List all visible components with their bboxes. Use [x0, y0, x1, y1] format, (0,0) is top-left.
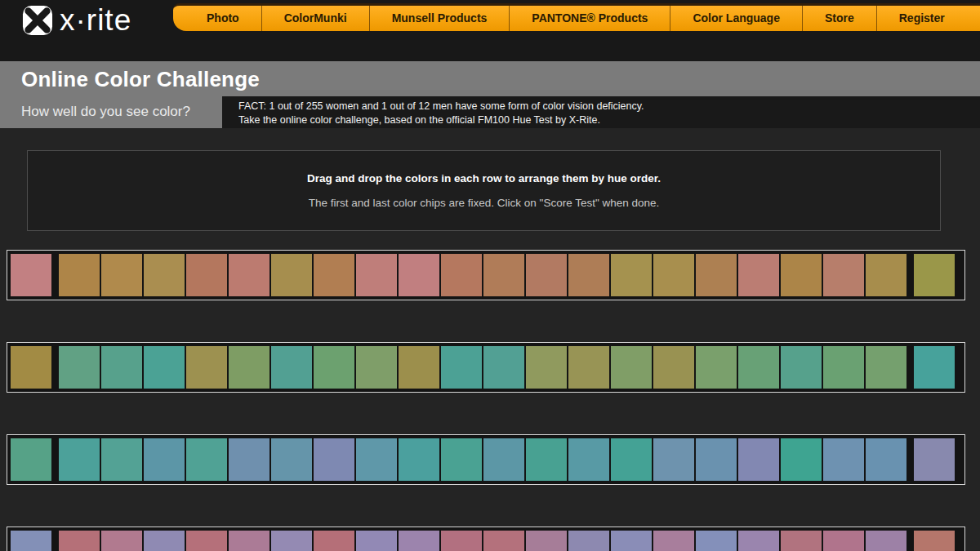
color-chip-fixed: [914, 531, 955, 551]
color-chip[interactable]: [611, 531, 652, 551]
color-chip[interactable]: [526, 254, 567, 296]
nav-tab-munsell-products[interactable]: Munsell Products: [369, 6, 510, 31]
hue-row-1: [7, 250, 965, 300]
color-chip[interactable]: [526, 438, 567, 481]
color-chip[interactable]: [568, 346, 609, 389]
color-chip[interactable]: [186, 438, 227, 481]
hue-row-2: [7, 342, 965, 393]
color-chip[interactable]: [483, 438, 524, 481]
color-chip[interactable]: [781, 531, 822, 551]
color-chip[interactable]: [866, 531, 906, 551]
color-chip[interactable]: [229, 254, 270, 296]
color-chip[interactable]: [738, 346, 779, 389]
color-chip[interactable]: [356, 254, 397, 296]
color-chip[interactable]: [441, 531, 482, 551]
color-chip[interactable]: [738, 438, 779, 481]
page-subtitle: How well do you see color?: [0, 96, 222, 127]
color-chip[interactable]: [229, 531, 270, 551]
color-chip[interactable]: [483, 346, 524, 389]
nav-tab-register[interactable]: Register: [876, 6, 967, 31]
color-chip[interactable]: [59, 346, 100, 389]
color-chip[interactable]: [866, 346, 906, 389]
color-chip[interactable]: [229, 438, 270, 481]
color-chip[interactable]: [611, 254, 652, 296]
color-chip-fixed: [11, 346, 51, 389]
nav-tab-color-language[interactable]: Color Language: [670, 6, 802, 31]
color-chip[interactable]: [738, 531, 779, 551]
color-chip[interactable]: [696, 346, 737, 389]
hue-row-3: [7, 434, 965, 485]
color-chip[interactable]: [653, 438, 694, 481]
color-chip[interactable]: [866, 438, 906, 481]
color-chip[interactable]: [356, 531, 397, 551]
banner-subtitle-box: How well do you see color?: [0, 96, 222, 128]
color-chip[interactable]: [144, 346, 185, 389]
color-chip[interactable]: [314, 254, 354, 296]
color-chip[interactable]: [696, 531, 737, 551]
color-chip[interactable]: [568, 438, 609, 481]
color-chip[interactable]: [186, 254, 227, 296]
color-chip[interactable]: [186, 531, 227, 551]
color-chip[interactable]: [356, 346, 397, 389]
color-chip[interactable]: [781, 254, 822, 296]
nav-tab-colormunki[interactable]: ColorMunki: [261, 6, 369, 31]
page-header: x·rite PhotoColorMunkiMunsell ProductsPA…: [0, 0, 980, 61]
color-chip[interactable]: [101, 438, 142, 481]
color-chip[interactable]: [441, 438, 482, 481]
color-chip[interactable]: [314, 346, 354, 389]
color-chip[interactable]: [271, 346, 312, 389]
nav-tab-photo[interactable]: Photo: [185, 6, 261, 31]
color-chip[interactable]: [781, 438, 822, 481]
color-chip[interactable]: [738, 254, 779, 296]
color-chip[interactable]: [866, 254, 906, 296]
color-chip[interactable]: [271, 254, 312, 296]
color-chip[interactable]: [356, 438, 397, 481]
color-chip[interactable]: [59, 254, 100, 296]
color-chip[interactable]: [399, 346, 439, 389]
color-chip[interactable]: [823, 438, 864, 481]
color-chip[interactable]: [823, 254, 864, 296]
color-chip[interactable]: [186, 346, 227, 389]
color-chip[interactable]: [229, 346, 270, 389]
xrite-logo-text: x·rite: [60, 4, 131, 37]
color-chip[interactable]: [483, 531, 524, 551]
color-chip[interactable]: [696, 254, 737, 296]
color-chip[interactable]: [101, 531, 142, 551]
color-chip[interactable]: [441, 346, 482, 389]
color-chip[interactable]: [526, 531, 567, 551]
color-chip[interactable]: [271, 438, 312, 481]
color-chip[interactable]: [144, 438, 185, 481]
color-chip[interactable]: [781, 346, 822, 389]
color-chip[interactable]: [653, 346, 694, 389]
color-chip[interactable]: [568, 254, 609, 296]
color-chip[interactable]: [271, 531, 312, 551]
color-chip[interactable]: [101, 346, 142, 389]
color-chip[interactable]: [314, 531, 354, 551]
color-chip[interactable]: [144, 531, 185, 551]
color-chip[interactable]: [526, 346, 567, 389]
color-chip[interactable]: [399, 531, 439, 551]
nav-tab-pantone-products[interactable]: PANTONE® Products: [509, 6, 670, 31]
color-chip[interactable]: [568, 531, 609, 551]
color-chip[interactable]: [696, 438, 737, 481]
color-chip[interactable]: [441, 254, 482, 296]
color-chip[interactable]: [823, 531, 864, 551]
color-chip-fixed: [914, 438, 955, 481]
color-chip[interactable]: [823, 346, 864, 389]
banner-sub-bar: How well do you see color? FACT: 1 out o…: [0, 96, 980, 128]
color-chip[interactable]: [59, 438, 100, 481]
color-chip[interactable]: [483, 254, 524, 296]
color-chip[interactable]: [399, 254, 439, 296]
fact-line-2: Take the online color challenge, based o…: [238, 113, 980, 127]
color-chip[interactable]: [399, 438, 439, 481]
color-chip[interactable]: [653, 531, 694, 551]
color-chip[interactable]: [653, 254, 694, 296]
color-chip[interactable]: [59, 531, 100, 551]
xrite-logo[interactable]: x·rite: [22, 2, 131, 38]
color-chip[interactable]: [101, 254, 142, 296]
color-chip[interactable]: [611, 346, 652, 389]
color-chip[interactable]: [314, 438, 354, 481]
color-chip[interactable]: [144, 254, 185, 296]
color-chip[interactable]: [611, 438, 652, 481]
nav-tab-store[interactable]: Store: [802, 6, 876, 31]
